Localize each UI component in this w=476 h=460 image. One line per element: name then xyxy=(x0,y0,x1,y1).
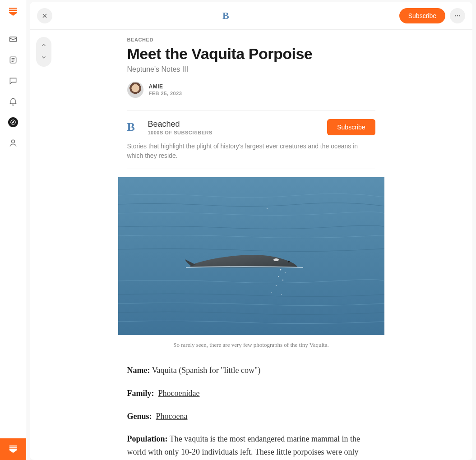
field-label-population: Population: xyxy=(127,434,168,443)
app-sidebar xyxy=(0,0,26,460)
author-avatar[interactable] xyxy=(127,82,143,98)
publication-card-logo[interactable]: B xyxy=(127,120,141,134)
publication-description: Stories that highlight the plight of his… xyxy=(127,142,375,161)
brand-footer-icon[interactable] xyxy=(0,438,26,460)
svg-point-16 xyxy=(267,208,268,209)
brand-logo-icon[interactable] xyxy=(8,6,18,17)
subscriber-count: 1000S OF SUBSCRIBERS xyxy=(148,130,213,135)
publication-subscribe-button[interactable]: Subscribe xyxy=(327,119,375,135)
field-label-name: Name: xyxy=(127,366,150,375)
bell-icon[interactable] xyxy=(8,97,18,106)
topbar: B Subscribe xyxy=(30,2,472,30)
svg-point-2 xyxy=(11,140,14,143)
field-label-genus: Genus: xyxy=(127,412,152,421)
prev-post-button[interactable] xyxy=(41,42,47,50)
article-body: Name: Vaquita (Spanish for "little cow")… xyxy=(127,364,375,460)
image-caption: So rarely seen, there are very few photo… xyxy=(127,341,375,349)
svg-point-12 xyxy=(282,280,283,281)
publication-card: B Beached 1000S OF SUBSCRIBERS Subscribe… xyxy=(127,110,375,169)
byline: AMIE FEB 25, 2023 xyxy=(127,82,375,98)
close-button[interactable] xyxy=(37,8,52,23)
more-options-button[interactable] xyxy=(450,8,465,23)
main-region: B Subscribe BEACHED Meet the Vaquita Por… xyxy=(26,0,476,460)
svg-point-13 xyxy=(276,285,277,286)
subscribe-button[interactable]: Subscribe xyxy=(399,8,445,23)
newspaper-icon[interactable] xyxy=(8,55,18,65)
genus-link[interactable]: Phocoena xyxy=(156,412,188,421)
chat-icon[interactable] xyxy=(8,76,18,86)
inbox-icon[interactable] xyxy=(8,34,18,44)
svg-point-4 xyxy=(457,15,458,16)
prev-next-pill xyxy=(36,37,51,67)
svg-point-10 xyxy=(285,272,286,273)
hero-image[interactable] xyxy=(118,177,384,335)
svg-point-9 xyxy=(280,269,281,271)
publication-logo[interactable]: B xyxy=(222,10,229,22)
article-title: Meet the Vaquita Porpoise xyxy=(127,45,375,63)
user-icon[interactable] xyxy=(8,138,18,148)
content-card: B Subscribe BEACHED Meet the Vaquita Por… xyxy=(30,2,472,460)
field-value-name: Vaquita (Spanish for "little cow") xyxy=(150,366,260,375)
svg-point-14 xyxy=(271,292,272,293)
next-post-button[interactable] xyxy=(41,54,47,62)
compass-icon[interactable] xyxy=(8,117,18,127)
family-link[interactable]: Phocoenidae xyxy=(158,389,200,398)
field-label-family: Family: xyxy=(127,389,154,398)
svg-point-15 xyxy=(281,294,282,295)
svg-point-3 xyxy=(455,15,456,16)
svg-point-11 xyxy=(278,276,279,277)
svg-point-8 xyxy=(288,261,290,262)
article: BEACHED Meet the Vaquita Porpoise Neptun… xyxy=(118,30,384,460)
publication-label[interactable]: BEACHED xyxy=(127,37,375,42)
svg-point-7 xyxy=(273,258,279,261)
author-name[interactable]: AMIE xyxy=(149,83,182,90)
publication-card-name[interactable]: Beached xyxy=(148,120,213,129)
publish-date: FEB 25, 2023 xyxy=(149,91,182,96)
article-subtitle: Neptune's Notes III xyxy=(127,65,375,74)
svg-point-5 xyxy=(459,15,460,16)
